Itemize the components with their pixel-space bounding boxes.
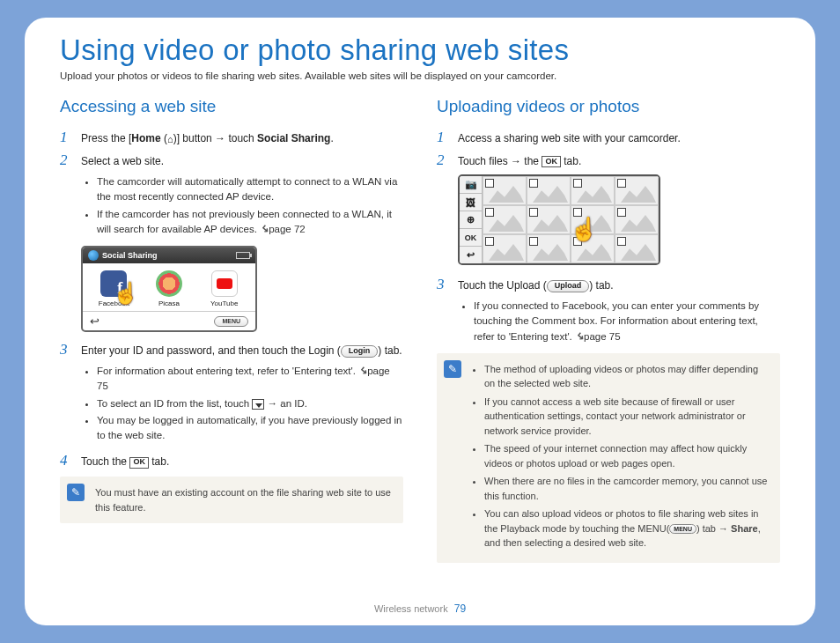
bullet: If you connected to Facebook, you can en… [474, 299, 780, 344]
back-icon[interactable]: ↩ [90, 314, 99, 328]
app-label: Facebook [99, 299, 129, 307]
page-footer: Wireless network 79 [25, 602, 815, 615]
note-bullet: The speed of your internet connection ma… [484, 441, 770, 470]
bullet: If the camcorder has not previously been… [97, 207, 403, 238]
bullet: To select an ID from the list, touch → a… [97, 396, 403, 411]
step-3-bullets: For information about entering text, ref… [85, 364, 403, 443]
camcorder-footer: ↩ MENU [83, 311, 255, 330]
social-sharing-label: Social Sharing [257, 132, 330, 144]
app-label: Picasa [158, 299, 180, 307]
thumbnail[interactable] [483, 234, 527, 263]
note-box-account: ✎ You must have an existing account on t… [60, 477, 403, 523]
step-3: 3 Enter your ID and password, and then t… [60, 341, 403, 358]
thumbnail[interactable] [615, 234, 659, 263]
text: Select a web site. [81, 152, 164, 169]
text: . [330, 132, 333, 144]
thumbnail[interactable] [483, 176, 527, 205]
camera-icon[interactable]: 📷 [460, 176, 482, 194]
step-1: 1 Press the [Home (⌂)] button → touch So… [60, 129, 403, 146]
section-heading-accessing: Accessing a web site [60, 97, 403, 116]
text: tab. [561, 155, 581, 167]
step-3: 3 Touch the Upload (Upload) tab. [437, 276, 780, 293]
step-number: 3 [437, 276, 449, 293]
app-picasa[interactable]: Picasa [146, 270, 192, 307]
note-text: You must have an existing account on the… [95, 487, 391, 513]
app-row: Facebook Picasa YouTube ☝ [83, 263, 255, 311]
text: tab. [149, 455, 169, 468]
note-bullet: If you cannot access a web site because … [484, 395, 770, 439]
camcorder-title: Social Sharing [102, 251, 232, 260]
camcorder-screenshot-thumbnails: 📷 🖼 ⊕ OK ↩ ☝ [458, 174, 660, 265]
login-button[interactable]: Login [341, 345, 379, 358]
step-2-bullets: The camcorder will automatically attempt… [85, 174, 403, 237]
menu-button[interactable]: MENU [214, 316, 248, 327]
camcorder-titlebar: Social Sharing [83, 248, 255, 263]
home-icon: ⌂ [167, 134, 173, 144]
text: )] button → touch [173, 132, 257, 144]
menu-button[interactable]: MENU [669, 524, 696, 534]
step-4: 4 Touch the OK tab. [60, 452, 403, 469]
step-1: 1 Access a sharing web site with your ca… [437, 129, 780, 146]
share-label: Share [731, 523, 758, 534]
step-number: 1 [60, 129, 72, 146]
page-title: Using video or photo sharing web sites [60, 33, 780, 67]
footer-section: Wireless network [374, 603, 448, 614]
app-label: YouTube [210, 299, 238, 307]
dropdown-icon[interactable] [252, 399, 264, 410]
note-bullet: The method of uploading videos or photos… [484, 362, 770, 391]
thumbnail[interactable] [527, 234, 571, 263]
page-number: 79 [454, 602, 466, 615]
text: ) tab. [589, 279, 613, 292]
thumbnail[interactable] [615, 205, 659, 234]
upload-button[interactable]: Upload [547, 280, 590, 292]
step-number: 4 [60, 452, 72, 469]
add-icon[interactable]: ⊕ [460, 211, 482, 229]
bullet: For information about entering text, ref… [97, 364, 403, 395]
thumbnail-sidebar: 📷 🖼 ⊕ OK ↩ [460, 176, 483, 263]
step-2: 2 Touch files → the OK tab. [437, 152, 780, 169]
bullet: The camcorder will automatically attempt… [97, 174, 403, 205]
thumbnail[interactable] [615, 176, 659, 205]
thumbnail[interactable] [527, 205, 571, 234]
step-2: 2 Select a web site. [60, 152, 403, 169]
text: ) tab. [378, 344, 402, 357]
page-ref: page 75 [584, 331, 621, 342]
ok-tab[interactable]: OK [129, 457, 149, 469]
text: Touch files → the [458, 155, 542, 167]
note-icon: ✎ [444, 360, 461, 378]
thumbnail[interactable] [527, 176, 571, 205]
text: Press the [ [81, 132, 131, 144]
ok-tab[interactable]: OK [460, 229, 482, 247]
camcorder-screenshot-social: Social Sharing Facebook Picasa YouTube [81, 246, 257, 332]
step-3-bullets: If you connected to Facebook, you can en… [461, 299, 780, 344]
app-facebook[interactable]: Facebook [91, 270, 136, 307]
touch-hand-icon: ☝ [570, 216, 598, 243]
manual-page: Using video or photo sharing web sites U… [25, 18, 815, 625]
globe-icon [88, 250, 99, 261]
left-column: Accessing a web site 1 Press the [Home (… [60, 97, 403, 563]
thumbnail[interactable] [571, 176, 615, 205]
gallery-icon[interactable]: 🖼 [460, 194, 482, 211]
youtube-icon [211, 270, 238, 297]
battery-icon [236, 252, 250, 259]
back-icon[interactable]: ↩ [460, 247, 482, 263]
note-icon: ✎ [67, 484, 85, 501]
picasa-icon [156, 270, 182, 297]
facebook-icon [100, 270, 127, 297]
note-box-tips: ✎ The method of uploading videos or phot… [437, 353, 780, 563]
text: Access a sharing web site with your camc… [458, 129, 681, 146]
bullet: You may be logged in automatically, if y… [97, 413, 403, 444]
page-ref: page 72 [269, 224, 306, 234]
right-column: Uploading videos or photos 1 Access a sh… [437, 97, 780, 563]
text: Touch the [81, 455, 129, 468]
step-number: 1 [437, 129, 449, 146]
intro-text: Upload your photos or videos to file sha… [60, 70, 780, 81]
app-youtube[interactable]: YouTube [202, 270, 247, 307]
home-label: Home [131, 132, 160, 144]
thumbnail[interactable] [483, 205, 527, 234]
note-bullet: When there are no files in the camcorder… [484, 474, 770, 503]
note-bullet: You can also upload videos or photos to … [484, 506, 770, 551]
step-number: 2 [60, 152, 72, 169]
section-heading-uploading: Uploading videos or photos [437, 97, 780, 116]
ok-tab[interactable]: OK [542, 156, 561, 167]
